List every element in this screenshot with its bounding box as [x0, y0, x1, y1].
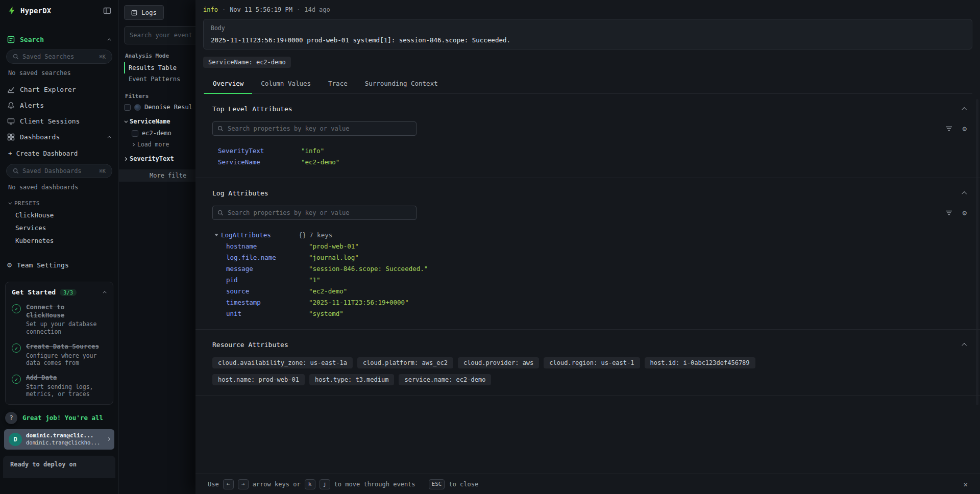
avatar: D: [9, 433, 22, 446]
step-title: Add Data: [26, 374, 57, 381]
attribute-key[interactable]: unit: [226, 310, 309, 317]
resource-chip[interactable]: host.id: i-0abc123def456789: [645, 357, 755, 368]
attribute-key[interactable]: message: [226, 265, 309, 273]
property-search: [212, 121, 416, 136]
sidebar-item-alerts[interactable]: Alerts: [0, 97, 118, 113]
attribute-key[interactable]: log.file.name: [226, 254, 309, 261]
scrollbar[interactable]: [976, 99, 978, 405]
resource-chip[interactable]: service.name: ec2-demo: [399, 374, 491, 385]
attribute-key[interactable]: pid: [226, 276, 309, 284]
gear-icon[interactable]: [963, 125, 967, 133]
close-icon[interactable]: [964, 480, 968, 488]
filter-lines-icon[interactable]: [945, 209, 952, 216]
log-meta-row: info · Nov 11 5:56:19 PM · 14d ago: [203, 6, 972, 13]
attribute-value[interactable]: "info": [301, 147, 324, 155]
get-started-step[interactable]: Create Data Sources Configure where your…: [12, 342, 107, 366]
load-more-button[interactable]: Load more: [132, 141, 195, 148]
service-name-tag[interactable]: ServiceName: ec2-demo: [203, 57, 291, 68]
get-started-step[interactable]: Add Data Start sending logs, metrics, or…: [12, 374, 107, 398]
attribute-key[interactable]: ServiceName: [218, 158, 301, 166]
presets-toggle[interactable]: PRESETS: [0, 196, 118, 209]
sidebar-item-client-sessions[interactable]: Client Sessions: [0, 113, 118, 129]
user-name: dominic.tran@clic...: [26, 432, 100, 439]
section-top-level-attributes: Top Level Attributes: [195, 94, 980, 178]
gear-icon[interactable]: [963, 209, 967, 217]
attribute-row: pid "1": [212, 274, 967, 285]
denoise-icon: [134, 104, 141, 111]
attribute-value[interactable]: "1": [309, 276, 321, 284]
collapse-section-icon[interactable]: [962, 343, 967, 348]
sidebar-item-kubernetes[interactable]: Kubernetes: [0, 234, 118, 247]
sidebar-item-services[interactable]: Services: [0, 221, 118, 234]
tab-trace[interactable]: Trace: [320, 74, 356, 93]
attribute-key[interactable]: hostname: [226, 242, 309, 250]
tab-surrounding-context[interactable]: Surrounding Context: [356, 74, 447, 93]
resource-chip[interactable]: cloud.availability_zone: us-east-1a: [212, 357, 353, 368]
tab-column-values[interactable]: Column Values: [252, 74, 320, 93]
attribute-key[interactable]: source: [226, 287, 309, 295]
tab-overview[interactable]: Overview: [204, 74, 252, 94]
resource-chip[interactable]: cloud.provider: aws: [458, 357, 539, 368]
get-started-header[interactable]: Get Started 3/3: [12, 288, 107, 296]
sidebar-item-search[interactable]: Search: [0, 32, 118, 47]
mode-results-table[interactable]: Results Table: [124, 62, 195, 73]
event-search-input[interactable]: [124, 26, 195, 44]
caret-down-icon[interactable]: [214, 234, 218, 236]
denoise-checkbox[interactable]: [124, 104, 131, 111]
attribute-key[interactable]: LogAttributes: [221, 231, 299, 239]
resource-chip[interactable]: cloud.region: us-east-1: [544, 357, 640, 368]
section-resource-attributes: Resource Attributes cloud.availability_z…: [195, 330, 980, 396]
saved-dashboards-input[interactable]: Saved Dashboards ⌘K: [6, 164, 112, 178]
attribute-value[interactable]: "session-846.scope: Succeeded.": [309, 265, 428, 273]
brand-row: HyperDX: [0, 0, 118, 19]
sidebar-item-dashboards[interactable]: Dashboards: [0, 129, 118, 145]
brand[interactable]: HyperDX: [7, 6, 51, 15]
resource-chip[interactable]: host.type: t3.medium: [309, 374, 395, 385]
resource-chip[interactable]: host.name: prod-web-01: [212, 374, 305, 385]
attribute-value[interactable]: "ec2-demo": [301, 158, 339, 166]
get-started-step[interactable]: Connect to ClickHouse Set up your databa…: [12, 303, 107, 335]
user-email: dominic.tran@clickho...: [26, 439, 100, 447]
source-selector-logs[interactable]: Logs: [124, 5, 164, 20]
section-log-attributes: Log Attributes LogAtt: [195, 178, 980, 330]
attribute-value[interactable]: "2025-11-11T23:56:19+0000": [309, 299, 409, 306]
help-button[interactable]: [5, 412, 17, 424]
attribute-value[interactable]: "prod-web-01": [309, 242, 359, 250]
congrats-text: Great job! You're all: [22, 414, 103, 422]
resource-chip[interactable]: cloud.platform: aws_ec2: [357, 357, 453, 368]
check-circle-icon: [12, 304, 21, 313]
collapse-section-icon[interactable]: [962, 107, 967, 112]
brand-name: HyperDX: [20, 7, 51, 15]
filter-lines-icon[interactable]: [945, 125, 952, 132]
attribute-value[interactable]: "systemd": [309, 310, 344, 317]
get-started-steps: Connect to ClickHouse Set up your databa…: [12, 303, 107, 398]
create-dashboard-button[interactable]: Create Dashboard: [0, 145, 118, 162]
sidebar-item-label: Client Sessions: [20, 117, 80, 125]
filter-group-servicename[interactable]: ServiceName: [124, 118, 195, 125]
filter-group-severitytext[interactable]: SeverityText: [124, 155, 195, 162]
chevron-down-icon: [124, 119, 128, 122]
sidebar-item-chart-explorer[interactable]: Chart Explorer: [0, 82, 118, 97]
drawer-footer: Use ← → arrow keys or k j to move throug…: [195, 474, 980, 494]
more-filters-button[interactable]: More filte: [119, 169, 195, 182]
sidebar-item-label: Alerts: [20, 102, 44, 109]
property-search-input[interactable]: [228, 125, 411, 132]
collapse-sidebar-icon[interactable]: [103, 7, 111, 15]
attribute-key[interactable]: SeverityText: [218, 147, 301, 155]
get-started-title: Get Started: [12, 288, 56, 296]
user-profile-button[interactable]: D dominic.tran@clic... dominic.tran@clic…: [4, 429, 114, 450]
sidebar-item-clickhouse[interactable]: ClickHouse: [0, 209, 118, 221]
attribute-value[interactable]: "ec2-demo": [309, 287, 347, 295]
filters-label: Filters: [125, 93, 195, 100]
ec2-demo-checkbox[interactable]: [132, 130, 138, 137]
app-root: HyperDX Search Saved Searches ⌘K No save…: [0, 0, 980, 494]
sidebar-item-team-settings[interactable]: Team Settings: [0, 256, 118, 274]
property-search-input[interactable]: [228, 209, 411, 216]
saved-searches-input[interactable]: Saved Searches ⌘K: [6, 50, 112, 64]
mode-event-patterns[interactable]: Event Patterns: [124, 73, 195, 85]
left-arrow-key: ←: [223, 479, 234, 489]
collapse-section-icon[interactable]: [962, 191, 967, 196]
filter-group-label: SeverityText: [130, 155, 174, 162]
attribute-key[interactable]: timestamp: [226, 299, 309, 306]
attribute-value[interactable]: "journal.log": [309, 254, 359, 261]
